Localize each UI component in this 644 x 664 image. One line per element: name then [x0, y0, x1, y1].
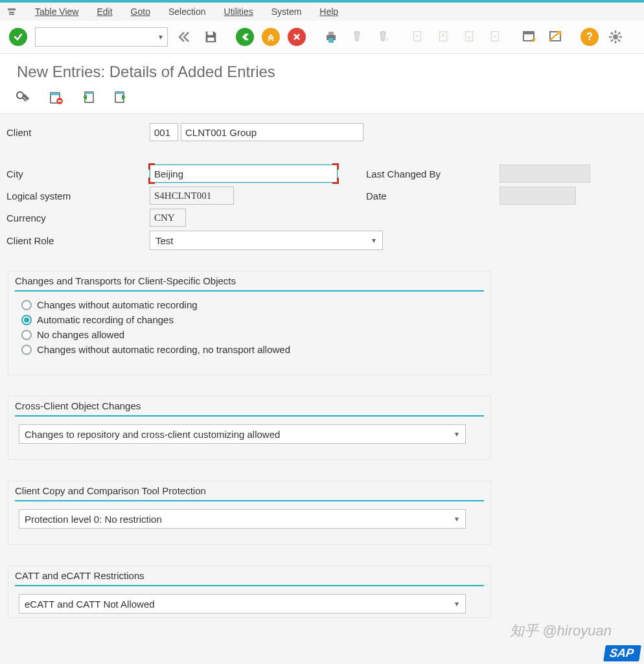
- svg-rect-6: [328, 32, 334, 35]
- svg-rect-30: [58, 100, 62, 102]
- svg-line-21: [611, 32, 613, 34]
- radio-option-1[interactable]: Automatic recording of changes: [21, 314, 484, 325]
- radio-option-3[interactable]: Changes without automatic recording, no …: [21, 344, 484, 355]
- svg-point-16: [613, 34, 618, 40]
- radio-label: Automatic recording of changes: [37, 314, 174, 325]
- toggle-display-change-button[interactable]: [14, 89, 32, 107]
- radio-icon: [21, 330, 32, 340]
- city-input[interactable]: [150, 165, 338, 183]
- svg-rect-4: [207, 38, 214, 41]
- exit-button[interactable]: [262, 28, 280, 46]
- copy-protection-value: Protection level 0: No restriction: [25, 514, 162, 525]
- copy-protection-select[interactable]: Protection level 0: No restriction ▾: [19, 509, 466, 529]
- radio-option-0[interactable]: Changes without automatic recording: [21, 299, 484, 310]
- menu-goto[interactable]: Goto: [131, 6, 150, 17]
- required-corner-icon: [148, 177, 155, 184]
- date-input: [500, 187, 576, 205]
- section-catt: CATT and eCATT Restrictions eCATT and CA…: [8, 566, 491, 618]
- svg-rect-2: [9, 14, 14, 15]
- cancel-button[interactable]: [288, 28, 306, 46]
- svg-rect-0: [8, 8, 16, 10]
- section-title: CATT and eCATT Restrictions: [15, 570, 484, 586]
- menu-system[interactable]: System: [271, 6, 302, 17]
- svg-rect-7: [328, 38, 334, 43]
- last-changed-input: [500, 165, 590, 183]
- cross-client-select[interactable]: Changes to repository and cross-client c…: [19, 424, 466, 444]
- sap-logo: SAP: [603, 645, 641, 661]
- radio-option-2[interactable]: No changes allowed: [21, 329, 484, 340]
- catt-value: eCATT and CATT Not Allowed: [25, 599, 155, 610]
- print-button[interactable]: [322, 28, 340, 46]
- cross-client-value: Changes to repository and cross-client c…: [25, 429, 280, 440]
- svg-rect-3: [207, 32, 213, 36]
- svg-rect-28: [51, 93, 60, 95]
- section-title: Client Copy and Comparison Tool Protecti…: [15, 485, 484, 501]
- svg-point-25: [17, 92, 23, 98]
- required-corner-icon: [332, 177, 339, 184]
- find-next-button[interactable]: +: [374, 28, 392, 46]
- svg-rect-34: [115, 92, 124, 94]
- find-button[interactable]: [348, 28, 366, 46]
- radio-icon: [21, 315, 32, 325]
- delete-button[interactable]: [47, 89, 65, 107]
- section-title: Changes and Transports for Client-Specif…: [15, 275, 484, 292]
- catt-select[interactable]: eCATT and CATT Not Allowed ▾: [19, 594, 466, 613]
- client-role-label: Client Role: [4, 235, 150, 246]
- svg-line-24: [618, 32, 620, 34]
- menu-utilities[interactable]: Utilities: [224, 6, 253, 17]
- enter-button[interactable]: [9, 28, 27, 46]
- command-input[interactable]: [35, 27, 168, 47]
- client-role-select[interactable]: Test ▾: [150, 231, 383, 250]
- city-label: City: [4, 168, 150, 179]
- radio-icon: [21, 345, 32, 355]
- logical-system-label: Logical system: [4, 190, 150, 201]
- currency-label: Currency: [4, 212, 150, 223]
- date-label: Date: [363, 190, 500, 201]
- svg-line-22: [618, 40, 620, 41]
- section-title: Cross-Client Object Changes: [15, 400, 484, 417]
- required-corner-icon: [332, 163, 339, 170]
- menu-selection[interactable]: Selection: [168, 6, 206, 17]
- client-input[interactable]: [150, 123, 178, 141]
- previous-entry-button[interactable]: [79, 89, 97, 107]
- svg-text:+: +: [385, 36, 389, 43]
- watermark-text: 知乎 @hiroyuan: [510, 621, 612, 641]
- svg-rect-32: [85, 92, 93, 94]
- menu-edit[interactable]: Edit: [97, 6, 112, 17]
- window-list-icon[interactable]: [6, 6, 17, 17]
- radio-label: Changes without automatic recording, no …: [37, 344, 290, 355]
- client-role-value: Test: [155, 235, 174, 246]
- settings-button[interactable]: [606, 28, 625, 46]
- dropdown-caret-icon: ▾: [455, 599, 459, 608]
- help-button[interactable]: ?: [581, 28, 599, 46]
- form-area: Client City Last Changed By Logical syst…: [0, 114, 644, 627]
- new-session-button[interactable]: [520, 28, 538, 46]
- svg-line-23: [611, 40, 613, 41]
- radio-label: No changes allowed: [37, 329, 124, 340]
- shortcut-button[interactable]: [546, 28, 564, 46]
- logical-system-input[interactable]: [150, 187, 234, 205]
- next-entry-button[interactable]: [111, 89, 130, 107]
- currency-input[interactable]: [150, 209, 186, 227]
- menu-table-view[interactable]: Table View: [35, 6, 78, 17]
- section-copy-protection: Client Copy and Comparison Tool Protecti…: [8, 481, 491, 545]
- radio-icon: [21, 300, 32, 310]
- back-circle-button[interactable]: [236, 28, 254, 46]
- save-button[interactable]: [201, 28, 220, 46]
- app-toolbar: [0, 86, 644, 114]
- client-label: Client: [4, 127, 150, 138]
- back-button[interactable]: [176, 28, 194, 46]
- next-page-button[interactable]: [460, 28, 478, 46]
- dropdown-caret-icon: ▾: [455, 429, 459, 439]
- prev-page-button[interactable]: [434, 28, 452, 46]
- page-title: New Entries: Details of Added Entries: [0, 54, 644, 86]
- last-page-button[interactable]: [486, 28, 504, 46]
- last-changed-label: Last Changed By: [363, 168, 500, 179]
- svg-rect-14: [523, 32, 534, 34]
- client-desc-input[interactable]: [181, 123, 363, 141]
- menu-bar: Table View Edit Goto Selection Utilities…: [0, 3, 644, 21]
- first-page-button[interactable]: [408, 28, 426, 46]
- svg-rect-1: [9, 12, 14, 13]
- section-cross-client: Cross-Client Object Changes Changes to r…: [8, 396, 491, 460]
- menu-help[interactable]: Help: [319, 6, 338, 17]
